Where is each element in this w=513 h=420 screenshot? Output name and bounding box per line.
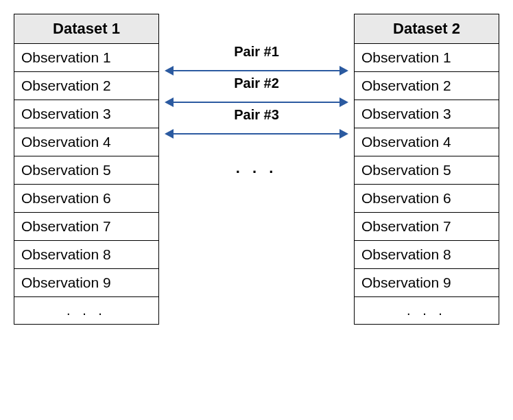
table-row: Observation 8 [14,241,158,269]
arrowhead-left-icon [165,97,174,107]
table-row: Observation 3 [355,100,499,128]
diagram-container: Dataset 1 Observation 1 Observation 2 Ob… [14,14,499,325]
table-row: Observation 6 [14,185,158,213]
pair-2: Pair #2 [159,75,354,107]
pair-label: Pair #1 [159,44,354,60]
table-row: Observation 3 [14,100,158,128]
arrow-line [174,133,339,135]
arrow-line [174,102,339,103]
double-arrow-icon [165,97,348,107]
table-row: Observation 5 [355,156,499,185]
arrowhead-right-icon [339,129,348,139]
table-row: Observation 9 [355,269,499,297]
pair-label: Pair #2 [159,75,354,91]
ellipsis-row: . . . [14,297,158,325]
table-row: Observation 8 [355,241,499,269]
table-row: Observation 5 [14,156,158,185]
pair-3: Pair #3 [159,107,354,139]
pair-label: Pair #3 [159,107,354,123]
table-row: Observation 1 [355,44,499,72]
table-row: Observation 1 [14,44,158,72]
arrowhead-right-icon [339,97,348,107]
table-row: Observation 4 [355,128,499,156]
table-row: Observation 6 [355,185,499,213]
pair-1: Pair #1 [159,44,354,75]
arrowhead-right-icon [339,66,348,75]
table-row: Observation 7 [14,213,158,241]
table-row: Observation 7 [355,213,499,241]
dataset-2-column: Dataset 2 Observation 1 Observation 2 Ob… [354,14,499,325]
double-arrow-icon [165,66,348,75]
table-row: Observation 9 [14,269,158,297]
table-row: Observation 2 [14,72,158,100]
arrow-line [174,70,339,71]
pairs-column: Pair #1 Pair #2 Pair #3 . . . [159,14,354,139]
table-row: Observation 4 [14,128,158,156]
pairs-ellipsis: . . . [159,159,354,177]
arrowhead-left-icon [165,129,174,139]
dataset-2-header: Dataset 2 [355,14,499,44]
arrowhead-left-icon [165,66,174,75]
double-arrow-icon [165,129,348,139]
dataset-1-header: Dataset 1 [14,14,158,44]
ellipsis-row: . . . [355,297,499,325]
dataset-1-column: Dataset 1 Observation 1 Observation 2 Ob… [14,14,159,325]
table-row: Observation 2 [355,72,499,100]
